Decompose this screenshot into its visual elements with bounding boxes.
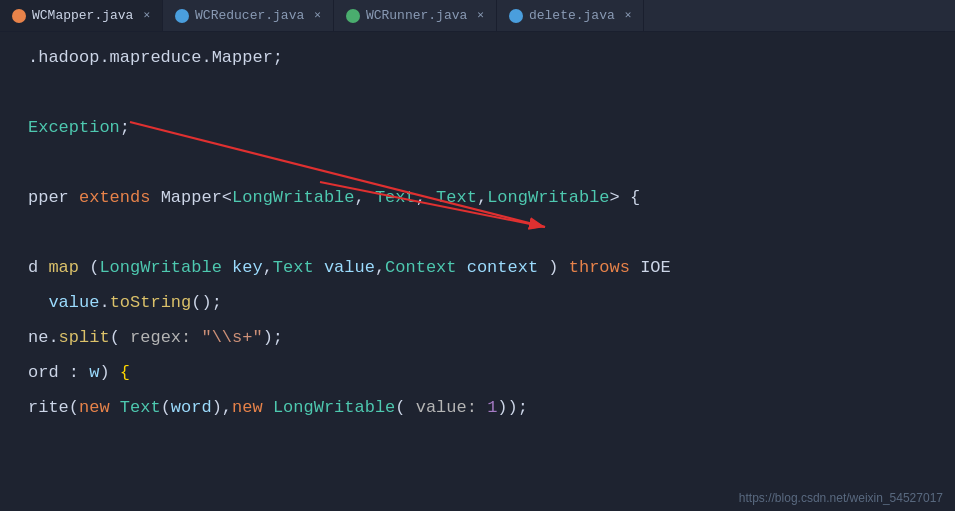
tab-wcmapper[interactable]: WCMapper.java ✕ bbox=[0, 0, 163, 31]
code-line-1: .hadoop.mapreduce.Mapper; bbox=[0, 40, 955, 75]
code-content-1: .hadoop.mapreduce.Mapper; bbox=[28, 41, 955, 74]
tab-close-delete[interactable]: ✕ bbox=[625, 10, 632, 21]
code-content-8: value.toString(); bbox=[28, 286, 955, 319]
code-line-5: pper extends Mapper<LongWritable, Text, … bbox=[0, 180, 955, 215]
code-content-10: ord : w) { bbox=[28, 356, 955, 389]
tab-delete[interactable]: delete.java ✕ bbox=[497, 0, 644, 31]
tab-close-wcreducer[interactable]: ✕ bbox=[314, 10, 321, 21]
code-content-7: d map (LongWritable key,Text value,Conte… bbox=[28, 251, 955, 284]
code-content-6 bbox=[28, 216, 955, 249]
tab-label-wcrunner: WCRunner.java bbox=[366, 8, 467, 23]
tab-label-delete: delete.java bbox=[529, 8, 615, 23]
tab-close-wcrunner[interactable]: ✕ bbox=[477, 10, 484, 21]
code-area: .hadoop.mapreduce.Mapper; Exception; ppe… bbox=[0, 32, 955, 511]
code-line-6 bbox=[0, 215, 955, 250]
code-line-8: value.toString(); bbox=[0, 285, 955, 320]
tab-bar: WCMapper.java ✕ WCReducer.java ✕ WCRunne… bbox=[0, 0, 955, 32]
code-line-7: d map (LongWritable key,Text value,Conte… bbox=[0, 250, 955, 285]
code-content-5: pper extends Mapper<LongWritable, Text, … bbox=[28, 181, 955, 214]
code-line-4 bbox=[0, 145, 955, 180]
tab-icon-wcrunner bbox=[346, 9, 360, 23]
tab-label-wcmapper: WCMapper.java bbox=[32, 8, 133, 23]
code-line-3: Exception; bbox=[0, 110, 955, 145]
tab-icon-delete bbox=[509, 9, 523, 23]
code-content-4 bbox=[28, 146, 955, 179]
tab-icon-wcmapper bbox=[12, 9, 26, 23]
code-content-3: Exception; bbox=[28, 111, 955, 144]
code-content-2 bbox=[28, 76, 955, 109]
tab-icon-wcreducer bbox=[175, 9, 189, 23]
tab-wcreducer[interactable]: WCReducer.java ✕ bbox=[163, 0, 334, 31]
code-line-11: rite(new Text(word),new LongWritable( va… bbox=[0, 390, 955, 425]
tab-wcrunner[interactable]: WCRunner.java ✕ bbox=[334, 0, 497, 31]
code-content-9: ne.split( regex: "\\s+"); bbox=[28, 321, 955, 354]
tab-label-wcreducer: WCReducer.java bbox=[195, 8, 304, 23]
code-line-10: ord : w) { bbox=[0, 355, 955, 390]
watermark: https://blog.csdn.net/weixin_54527017 bbox=[739, 491, 943, 505]
code-line-9: ne.split( regex: "\\s+"); bbox=[0, 320, 955, 355]
tab-close-wcmapper[interactable]: ✕ bbox=[143, 10, 150, 21]
code-content-11: rite(new Text(word),new LongWritable( va… bbox=[28, 391, 955, 424]
code-line-2 bbox=[0, 75, 955, 110]
